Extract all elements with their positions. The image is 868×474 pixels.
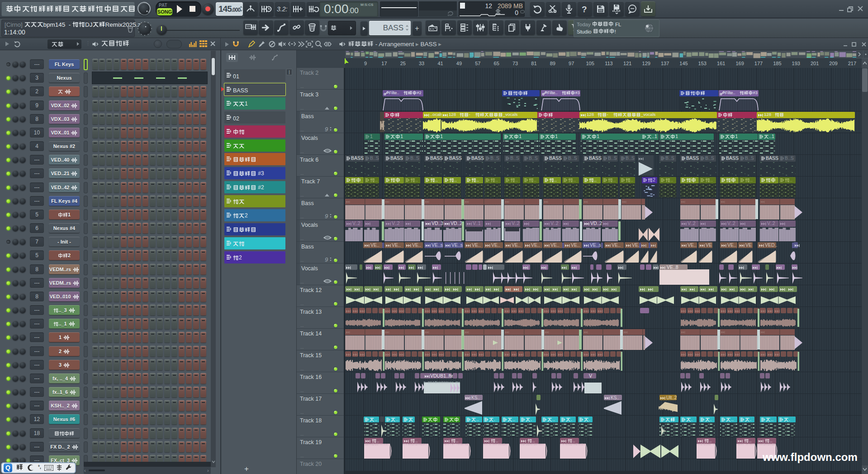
svg-text:...: ... [300, 280, 304, 284]
svg-text:3.2:: 3.2: [277, 5, 287, 13]
svg-text:..: .. [495, 177, 498, 182]
svg-text:..: .. [749, 438, 752, 443]
svg-text:...: ... [300, 432, 304, 436]
svg-text:BASS: BASS [686, 155, 699, 161]
svg-text:Track 20: Track 20 [300, 461, 322, 467]
svg-text:..: .. [770, 438, 773, 443]
svg-text:.: . [571, 417, 572, 422]
svg-text:209: 209 [829, 61, 837, 66]
svg-text:.: . [494, 417, 495, 422]
svg-text:..: .. [631, 177, 633, 182]
svg-text:VE..: VE.. [512, 242, 521, 248]
svg-text:Filte..: Filte.. [547, 91, 557, 95]
svg-text:73: 73 [512, 61, 518, 66]
svg-text:VE..8: VE..8 [667, 264, 678, 270]
svg-text:VE..: VE.. [612, 242, 621, 248]
svg-text:#2: #2 [417, 91, 422, 95]
svg-text:KS..: KS.. [471, 395, 480, 400]
svg-text:153: 153 [698, 61, 707, 66]
svg-text:...: ... [300, 323, 304, 328]
svg-text:105: 105 [586, 61, 594, 66]
svg-text:Track 6: Track 6 [300, 157, 318, 163]
svg-text:1: 1 [675, 134, 678, 139]
svg-text:..: .. [534, 177, 536, 182]
svg-text:...: ... [300, 302, 304, 306]
svg-text:Track 14: Track 14 [300, 330, 322, 337]
svg-text:Track 12: Track 12 [300, 287, 322, 293]
svg-text:B..S: B..S [490, 155, 499, 161]
svg-text:2: 2 [653, 177, 655, 182]
svg-text:..: .. [476, 177, 479, 182]
svg-text:..: .. [709, 438, 712, 443]
svg-text:.: . [531, 417, 532, 422]
svg-text:..: .. [554, 177, 557, 182]
svg-text:..: .. [771, 417, 773, 422]
svg-text:V..2: V..2 [352, 220, 360, 226]
svg-text:VE..: VE.. [392, 242, 401, 248]
svg-text:..: .. [377, 438, 379, 443]
svg-text:VE..: VE.. [550, 242, 560, 248]
svg-text:Track 13: Track 13 [300, 309, 322, 315]
svg-text:VD..3: VD..3 [432, 220, 443, 226]
svg-text:V..2: V..2 [392, 220, 400, 226]
svg-text:#3: #3 [575, 91, 580, 95]
svg-text:128: 128 [587, 112, 594, 117]
svg-text:B..S: B..S [529, 155, 538, 161]
svg-text:VE..s: VE..s [432, 242, 443, 248]
svg-text:V..2: V..2 [688, 220, 696, 226]
svg-text:1: 1 [440, 134, 443, 139]
svg-text:..: .. [456, 438, 459, 443]
svg-text:.: . [789, 417, 790, 422]
svg-text:..: .. [750, 177, 753, 182]
svg-text:1: 1 [519, 134, 522, 139]
svg-text:Track 16: Track 16 [300, 374, 322, 380]
svg-text:BASS: BASS [430, 155, 443, 161]
svg-text:BASS: BASS [549, 155, 562, 161]
svg-text:B..S: B..S [626, 155, 635, 161]
svg-text:VE..: VE.. [370, 242, 379, 248]
svg-text:VE..: VE.. [531, 242, 540, 248]
svg-text:137: 137 [661, 61, 669, 66]
svg-text:.: . [750, 417, 751, 422]
svg-text:...: ... [300, 128, 304, 132]
svg-text:128: 128 [449, 112, 456, 117]
svg-text:_vocals: _vocals [640, 112, 656, 117]
svg-text:9: 9 [325, 256, 328, 263]
svg-text:BASS: BASS [449, 155, 462, 161]
svg-text:VD..2: VD..2 [451, 220, 462, 226]
svg-text:145: 145 [679, 61, 688, 66]
svg-text:...: ... [300, 258, 304, 263]
svg-text:97: 97 [569, 61, 574, 66]
svg-text:VD..2: VD..2 [590, 220, 602, 226]
svg-text:..1: ..1 [769, 134, 774, 139]
svg-text:#3: #3 [753, 91, 758, 95]
svg-text:VE..: VE.. [571, 242, 580, 248]
svg-text:V..2: V..2 [727, 220, 735, 226]
svg-text:KS..: KS.. [611, 395, 619, 400]
svg-text:...: ... [300, 454, 304, 458]
svg-text:.: . [710, 417, 711, 422]
svg-text:..: .. [731, 417, 734, 422]
svg-text:57: 57 [475, 61, 480, 66]
svg-text:BASS: BASS [390, 155, 403, 161]
svg-text:201: 201 [811, 61, 819, 66]
svg-text:..: .. [415, 438, 418, 443]
svg-text:Vocals: Vocals [301, 265, 318, 272]
svg-text:128: 128 [764, 112, 771, 117]
svg-text:..: .. [613, 177, 616, 182]
svg-text:V: V [589, 373, 592, 378]
svg-text:..1: ..1 [652, 134, 657, 139]
svg-text:..: .. [415, 177, 418, 182]
svg-text:Track 18: Track 18 [300, 417, 322, 424]
svg-text:Bass: Bass [301, 200, 314, 206]
svg-text:..: .. [710, 177, 713, 182]
svg-text:VE: VE [745, 242, 752, 248]
svg-text:BASS: BASS [726, 155, 739, 161]
svg-text:..: .. [573, 438, 575, 443]
svg-text:1: 1 [400, 134, 403, 139]
svg-text:..ocals: ..ocals [430, 112, 443, 117]
svg-text:B..S: B..S [410, 155, 419, 161]
svg-text:VE..: VE.. [491, 242, 500, 248]
svg-text:Vocals: Vocals [301, 135, 318, 141]
svg-text:..: .. [532, 438, 535, 443]
